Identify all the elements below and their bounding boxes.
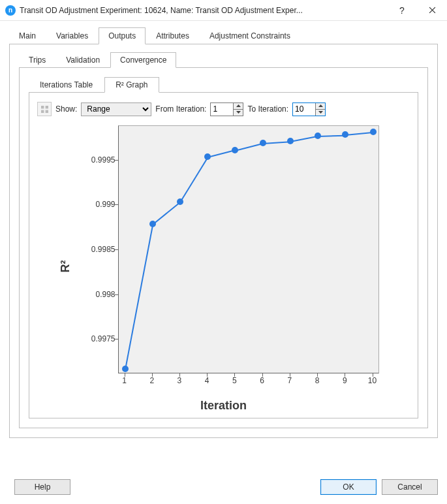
chart-point (149, 221, 156, 227)
chart-plot-area (118, 125, 379, 373)
titlebar: n Transit OD Adjustment Experiment: 1062… (0, 0, 447, 21)
subtab-convergence[interactable]: Convergence (110, 52, 176, 68)
chart-point (315, 133, 321, 139)
svg-rect-1 (45, 106, 48, 108)
tab-main[interactable]: Main (9, 27, 46, 44)
dialog-footer: Help OK Cancel (0, 470, 447, 504)
xtick-label: 9 (343, 376, 347, 385)
window-title: Transit OD Adjustment Experiment: 10624,… (20, 6, 387, 15)
chart-xlabel: Iteration (200, 399, 247, 413)
convergence-panel: Iterations TableR² Graph Show: RangeAll … (19, 68, 428, 428)
chart-line-segment (208, 150, 236, 159)
output-subtabs: TripsValidationConvergence (19, 52, 428, 68)
svg-rect-2 (41, 110, 44, 112)
tab-adjustment-constraints[interactable]: Adjustment Constraints (200, 27, 300, 44)
xtick-label: 1 (122, 376, 127, 385)
subtab-validation[interactable]: Validation (56, 52, 110, 68)
grid-icon[interactable] (37, 102, 52, 116)
r2-graph-panel: Show: RangeAll From Iteration: To Iterat… (29, 93, 418, 418)
show-select[interactable]: RangeAll (81, 102, 151, 116)
chart-point (122, 366, 129, 372)
app-icon: n (5, 5, 16, 16)
chart-line-segment (152, 202, 180, 225)
to-iteration-input[interactable] (293, 103, 315, 116)
ytick-label: 0.9985 (89, 245, 116, 254)
chart-line-segment (345, 132, 373, 136)
chart-controls: Show: RangeAll From Iteration: To Iterat… (37, 102, 410, 116)
chart-point (287, 138, 294, 144)
show-label: Show: (55, 104, 77, 114)
chart-line-segment (290, 136, 318, 142)
spin-up-icon[interactable] (316, 103, 325, 110)
xtick-label: 7 (287, 376, 292, 385)
spin-down-icon[interactable] (316, 110, 325, 116)
cancel-button[interactable]: Cancel (382, 479, 438, 495)
ok-button[interactable]: OK (320, 479, 377, 495)
to-iteration-label: To Iteration: (247, 104, 288, 114)
xtick-label: 4 (205, 376, 209, 385)
chart-point (232, 147, 238, 153)
chart-line-segment (179, 157, 208, 203)
from-iteration-spinner[interactable] (210, 102, 243, 116)
ytick-label: 0.999 (89, 200, 116, 209)
chart-point (260, 140, 266, 146)
from-iteration-label: From Iteration: (155, 104, 206, 114)
dialog-content: MainVariablesOutputsAttributesAdjustment… (0, 21, 447, 470)
chart-line-segment (125, 225, 153, 370)
chart-point (370, 129, 377, 135)
chart-ylabel: R² (59, 260, 72, 273)
xtick-label: 5 (232, 376, 237, 385)
chart-line-segment (263, 141, 290, 144)
innertab-r-graph[interactable]: R² Graph (104, 77, 159, 93)
xtick-label: 10 (368, 376, 377, 385)
to-iteration-spinner[interactable] (292, 102, 326, 116)
xtick-label: 2 (149, 376, 154, 385)
main-tabs: MainVariablesOutputsAttributesAdjustment… (9, 27, 438, 44)
from-iteration-input[interactable] (211, 103, 233, 116)
close-icon[interactable] (417, 0, 447, 21)
svg-rect-0 (41, 106, 44, 108)
tab-variables[interactable]: Variables (46, 27, 98, 44)
outputs-panel: TripsValidationConvergence Iterations Ta… (9, 44, 438, 438)
help-icon[interactable]: ? (387, 0, 417, 21)
chart-line-segment (235, 143, 263, 151)
subtab-trips[interactable]: Trips (19, 52, 55, 68)
chart-point (177, 198, 183, 205)
ytick-label: 0.9975 (89, 334, 116, 343)
r2-chart: R² Iteration 0.99750.9980.99850.9990.999… (63, 123, 384, 410)
tab-outputs[interactable]: Outputs (99, 27, 146, 44)
xtick-label: 6 (260, 376, 264, 385)
svg-rect-3 (45, 110, 48, 112)
ytick-label: 0.9995 (89, 155, 116, 165)
innertab-iterations-table[interactable]: Iterations Table (29, 77, 104, 93)
ytick-label: 0.998 (89, 290, 116, 299)
help-button[interactable]: Help (14, 479, 70, 495)
tab-attributes[interactable]: Attributes (146, 27, 199, 44)
xtick-label: 3 (177, 376, 182, 385)
chart-point (342, 131, 348, 138)
convergence-tabs: Iterations TableR² Graph (29, 77, 418, 93)
spin-up-icon[interactable] (234, 103, 243, 110)
spin-down-icon[interactable] (234, 110, 243, 116)
chart-line-segment (318, 134, 345, 136)
xtick-label: 8 (315, 376, 320, 385)
chart-point (204, 153, 211, 160)
